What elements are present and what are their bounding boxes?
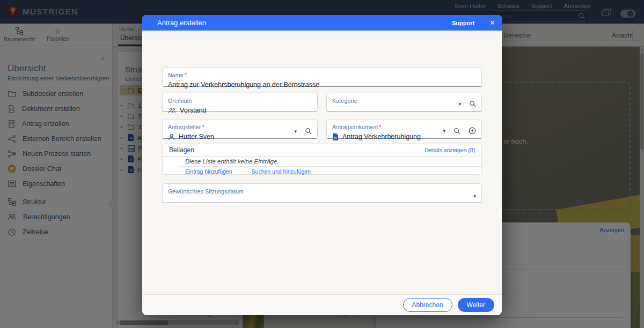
name-field-value[interactable]: Antrag zur Verkehrsberuhigung an der Ber… <box>168 81 476 88</box>
dialog-support-link[interactable]: Support <box>452 20 474 26</box>
sitzungsdatum-field[interactable]: Gewünschtes Sitzungsdatum ▾ <box>162 183 482 203</box>
person-icon <box>168 133 175 140</box>
dropdown-caret-icon[interactable]: ▾ <box>294 129 297 134</box>
name-field-label: Name <box>168 72 184 78</box>
antragsdokument-field-value: Antrag Verkehrberuhigung <box>342 133 421 140</box>
gremium-field-label: Gremium <box>168 98 192 104</box>
beilagen-title: Beilagen <box>169 146 194 154</box>
antragsteller-field-value: Hutter Sven <box>179 133 214 140</box>
kategorie-field[interactable]: Kategorie ▾ <box>326 93 482 111</box>
next-button[interactable]: Weiter <box>458 298 494 312</box>
antrag-erstellen-dialog: Antrag erstellen Support ✕ Name* Antrag … <box>142 15 502 315</box>
antragsdokument-field[interactable]: Antragsdokument* w Antrag Verkehrberuhig… <box>326 119 482 139</box>
svg-text:w: w <box>333 136 337 139</box>
antragsdokument-field-label: Antragsdokument <box>332 124 378 130</box>
screen: MUSTRIGEN Sven Hutter Schweiz Support Ab… <box>0 0 644 328</box>
required-marker: * <box>379 124 381 130</box>
required-marker: * <box>185 72 187 78</box>
suchen-und-hinzufuegen-link[interactable]: Suchen und hinzufügen <box>252 168 311 175</box>
eintrag-hinzufuegen-link[interactable]: Eintrag hinzufügen <box>185 168 232 175</box>
word-document-icon: w <box>332 133 339 140</box>
cancel-button[interactable]: Abbrechen <box>403 298 452 312</box>
lookup-search-icon[interactable] <box>305 128 312 135</box>
gremium-field[interactable]: Gremium Vorstand <box>162 93 318 111</box>
dialog-header: Antrag erstellen Support ✕ <box>142 15 502 31</box>
sitzungsdatum-field-label: Gewünschtes Sitzungsdatum <box>168 188 244 195</box>
antragsteller-field-label: Antragsteller <box>168 124 201 130</box>
lookup-search-icon[interactable] <box>453 128 460 135</box>
add-circle-icon[interactable] <box>469 127 476 135</box>
beilagen-section: Beilagen Details anzeigen (0) Diese List… <box>162 144 482 175</box>
kategorie-field-label: Kategorie <box>332 98 357 104</box>
dialog-title: Antrag erstellen <box>157 19 206 27</box>
beilagen-empty-text: Diese Liste enthält keine Einträge. <box>163 156 481 166</box>
name-field[interactable]: Name* Antrag zur Verkehrsberuhigung an d… <box>162 67 482 87</box>
antragsteller-field[interactable]: Antragsteller* Hutter Sven ▾ <box>162 119 318 139</box>
dialog-footer: Abbrechen Weiter <box>142 294 502 315</box>
gremium-field-value: Vorstand <box>180 107 206 114</box>
dropdown-caret-icon[interactable]: ▾ <box>473 193 476 199</box>
group-icon <box>168 107 176 114</box>
required-marker: * <box>202 124 204 130</box>
details-anzeigen-link[interactable]: Details anzeigen (0) <box>425 147 475 153</box>
close-icon[interactable]: ✕ <box>489 19 495 27</box>
lookup-search-icon[interactable] <box>469 100 476 107</box>
dropdown-caret-icon[interactable]: ▾ <box>443 128 445 133</box>
dropdown-caret-icon[interactable]: ▾ <box>458 101 461 107</box>
